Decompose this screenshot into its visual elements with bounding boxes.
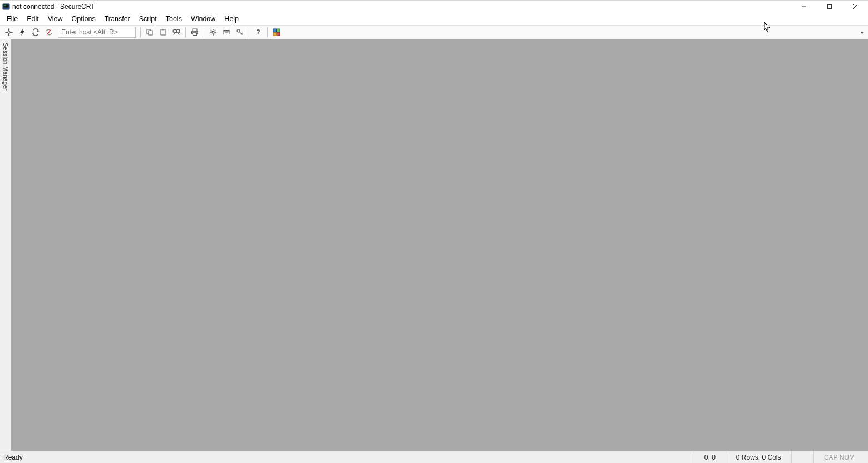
find-icon[interactable] [170, 26, 183, 38]
terminal-workspace[interactable] [11, 39, 868, 451]
minimize-button[interactable] [791, 1, 817, 13]
toolbar-separator [204, 27, 204, 37]
status-cursor-pos: 0, 0 [694, 451, 726, 463]
key-icon[interactable] [234, 26, 246, 38]
svg-rect-44 [225, 33, 228, 33]
toolbar-separator [185, 27, 186, 37]
toolbar-separator [267, 27, 268, 37]
main-area: Session Manager [0, 39, 868, 451]
svg-point-13 [11, 32, 12, 33]
svg-rect-40 [225, 31, 226, 32]
svg-marker-14 [20, 29, 24, 36]
menubar: File Edit View Options Transfer Script T… [0, 13, 868, 25]
svg-rect-39 [224, 31, 225, 32]
svg-rect-52 [277, 33, 280, 36]
svg-rect-19 [149, 31, 152, 35]
menu-help[interactable]: Help [220, 14, 243, 24]
svg-rect-49 [273, 29, 277, 32]
svg-rect-41 [226, 31, 227, 32]
svg-line-36 [215, 30, 215, 31]
svg-rect-38 [223, 31, 230, 34]
menu-view[interactable]: View [43, 14, 67, 24]
print-icon[interactable] [189, 26, 201, 38]
svg-rect-50 [277, 29, 280, 32]
keyboard-icon[interactable] [220, 26, 233, 38]
paste-icon[interactable] [157, 26, 169, 38]
svg-line-25 [178, 33, 179, 35]
svg-rect-26 [193, 29, 197, 31]
disconnect-icon[interactable] [43, 26, 55, 38]
svg-text:?: ? [256, 28, 260, 36]
settings-icon[interactable] [207, 26, 219, 38]
menu-edit[interactable]: Edit [22, 14, 43, 24]
svg-rect-51 [273, 33, 277, 36]
status-ready: Ready [3, 454, 23, 461]
toolbar: ? ▾ [0, 25, 868, 39]
toolbar-separator [249, 27, 249, 37]
svg-point-11 [8, 34, 9, 36]
statusbar: Ready 0, 0 0 Rows, 0 Cols CAP NUM [0, 451, 868, 463]
svg-line-24 [174, 33, 175, 35]
svg-rect-2 [4, 6, 6, 6]
svg-rect-4 [828, 5, 832, 9]
status-locks: CAP NUM [813, 451, 865, 463]
app-icon [2, 3, 10, 11]
svg-line-47 [241, 33, 243, 34]
quick-connect-icon[interactable] [16, 26, 28, 38]
svg-line-17 [47, 29, 51, 35]
toolbar-overflow-icon[interactable]: ▾ [861, 29, 866, 36]
menu-transfer[interactable]: Transfer [100, 14, 135, 24]
svg-line-35 [215, 34, 215, 34]
svg-point-10 [8, 28, 9, 29]
menu-window[interactable]: Window [186, 14, 220, 24]
svg-marker-16 [33, 32, 34, 34]
svg-point-9 [8, 31, 10, 33]
maximize-button[interactable] [817, 1, 842, 13]
svg-rect-21 [162, 29, 164, 31]
copy-icon[interactable] [144, 26, 156, 38]
reconnect-icon[interactable] [29, 26, 42, 38]
menu-script[interactable]: Script [135, 14, 161, 24]
session-manager-tab[interactable]: Session Manager [0, 39, 11, 451]
svg-point-22 [173, 29, 176, 33]
svg-point-29 [212, 31, 214, 33]
svg-rect-42 [228, 31, 228, 32]
toolbar-separator [140, 27, 141, 37]
tile-icon[interactable] [270, 26, 283, 38]
svg-point-12 [5, 32, 6, 33]
svg-point-23 [176, 29, 180, 33]
window-title: not connected - SecureCRT [12, 3, 95, 11]
svg-marker-15 [37, 30, 38, 32]
status-vt [791, 451, 813, 463]
menu-options[interactable]: Options [67, 14, 100, 24]
host-input[interactable] [58, 27, 136, 38]
svg-rect-1 [4, 5, 9, 8]
svg-rect-28 [193, 33, 197, 36]
close-button[interactable] [842, 1, 868, 13]
app-window: not connected - SecureCRT File Edit View… [0, 0, 868, 463]
connect-icon[interactable] [3, 26, 15, 38]
svg-rect-43 [229, 31, 229, 32]
titlebar: not connected - SecureCRT [0, 1, 868, 13]
help-icon[interactable]: ? [252, 26, 264, 38]
svg-line-37 [211, 34, 211, 34]
session-manager-label: Session Manager [2, 43, 9, 91]
status-dimensions: 0 Rows, 0 Cols [726, 451, 791, 463]
menu-file[interactable]: File [2, 14, 22, 24]
svg-line-34 [211, 30, 211, 31]
menu-tools[interactable]: Tools [161, 14, 186, 24]
